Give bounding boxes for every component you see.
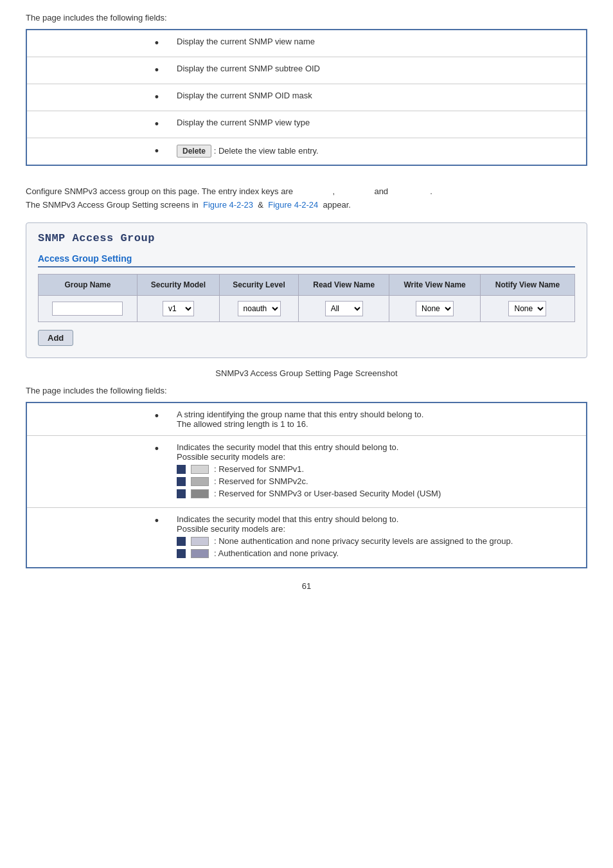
bullet-cell: • [26,507,168,568]
color-swatch-noauth [191,537,209,546]
security-level-select[interactable]: noauth auth priv [238,301,281,316]
write-view-cell: None All [389,295,481,321]
desc-cell: Display the current SNMP OID mask [168,84,587,111]
table-row: • Display the current SNMP OID mask [26,84,587,111]
security-model-cell: v1 v2c v3 [137,295,219,321]
sub-item: : Reserved for SNMPv3 or User-based Secu… [177,489,577,498]
table-row: • Display the current SNMP view type [26,111,587,138]
color-swatch-v2c [191,477,209,486]
table-row: • A string identifying the group name th… [26,402,587,436]
table-row: • Indicates the security model that this… [26,507,587,568]
figure-link-1[interactable]: Figure 4-2-23 [203,200,253,210]
field-desc-cell: A string identifying the group name that… [168,402,587,436]
sub-item-text: : Reserved for SNMPv1. [214,464,304,474]
bullet-cell: • [26,84,168,111]
desc-cell: Delete : Delete the view table entry. [168,138,587,166]
sub-item-text: : None authentication and none privacy s… [214,536,513,546]
desc-cell: Display the current SNMP view type [168,111,587,138]
bullet-icon: • [155,37,159,50]
page-number: 61 [26,581,587,591]
notify-view-cell: None All [480,295,574,321]
top-info-table: • Display the current SNMP view name • D… [26,29,587,166]
col-write-view: Write View Name [389,274,481,295]
color-swatch-v1 [191,465,209,474]
col-read-view: Read View Name [299,274,389,295]
access-group-title: Access Group Setting [38,253,575,267]
square-icon [177,549,186,558]
col-security-model: Security Model [137,274,219,295]
field-line: Possible security models are: [177,524,577,534]
col-group-name: Group Name [39,274,138,295]
add-button[interactable]: Add [38,330,73,346]
bullet-icon: • [155,91,159,104]
config-and: and [374,186,388,196]
read-view-cell: All None [299,295,389,321]
bullet-cell: • [26,30,168,57]
table-row: • Delete : Delete the view table entry. [26,138,587,166]
table-header-row: Group Name Security Model Security Level… [39,274,575,295]
field-desc-cell: Indicates the security model that this e… [168,507,587,568]
square-icon [177,465,186,474]
bullet-cell: • [26,111,168,138]
table-row: • Indicates the security model that this… [26,435,587,507]
bullet-cell: • [26,402,168,436]
square-icon [177,489,186,498]
configure-line2: The SNMPv3 Access Group Setting screens … [26,199,587,212]
square-icon [177,477,186,486]
fields-table: • A string identifying the group name th… [26,402,587,568]
write-view-select[interactable]: None All [416,301,454,316]
sub-item-text: : Reserved for SNMPv2c. [214,476,308,486]
sub-item: : Authentication and none privacy. [177,548,577,558]
notify-view-select[interactable]: None All [508,301,546,316]
fields-intro-text: The page includes the following fields: [26,386,587,395]
field-line: Possible security models are: [177,452,577,462]
field-line: Indicates the security model that this e… [177,442,577,452]
col-security-level: Security Level [219,274,298,295]
col-notify-view: Notify View Name [480,274,574,295]
snmp-access-group-box: SNMP Access Group Access Group Setting G… [26,222,587,358]
sub-item-text: : Authentication and none privacy. [214,548,339,558]
table-row: • Display the current SNMP view name [26,30,587,57]
bullet-icon: • [155,514,159,527]
delete-desc: : Delete the view table entry. [214,146,319,156]
sub-item: : Reserved for SNMPv2c. [177,476,577,486]
figure-link-2[interactable]: Figure 4-2-24 [268,200,318,210]
bullet-icon: • [155,442,159,455]
sub-item: : None authentication and none privacy s… [177,536,577,546]
desc-cell: Display the current SNMP view name [168,30,587,57]
field-desc-cell: Indicates the security model that this e… [168,435,587,507]
bullet-icon: • [155,64,159,77]
sub-item: : Reserved for SNMPv1. [177,464,577,474]
group-name-cell [39,295,138,321]
config-period: . [430,186,432,196]
bullet-icon: • [155,145,159,158]
bullet-cell: • [26,138,168,166]
color-swatch-auth [191,549,209,558]
delete-button[interactable]: Delete [177,145,211,158]
config-text-1: Configure SNMPv3 access group on this pa… [26,186,293,196]
color-swatch-v3 [191,489,209,498]
snmp-box-title: SNMP Access Group [38,232,575,244]
sub-item-text: : Reserved for SNMPv3 or User-based Secu… [214,489,441,498]
configure-line1: Configure SNMPv3 access group on this pa… [26,185,587,199]
config-amp: & [258,200,263,210]
square-icon [177,537,186,546]
access-group-table: Group Name Security Model Security Level… [38,274,575,322]
configure-section: Configure SNMPv3 access group on this pa… [26,185,587,212]
intro-text: The page includes the following fields: [26,13,587,23]
config-appear: appear. [323,200,351,210]
bullet-cell: • [26,435,168,507]
bullet-cell: • [26,57,168,84]
read-view-select[interactable]: All None [325,301,363,316]
group-name-input[interactable] [52,302,123,316]
field-line: A string identifying the group name that… [177,410,577,419]
table-row: • Display the current SNMP subtree OID [26,57,587,84]
config-text-3: The SNMPv3 Access Group Setting screens … [26,200,199,210]
security-level-cell: noauth auth priv [219,295,298,321]
field-line: The allowed string length is 1 to 16. [177,419,577,429]
screenshot-caption: SNMPv3 Access Group Setting Page Screens… [26,368,587,378]
field-line: Indicates the security model that this e… [177,514,577,524]
bullet-icon: • [155,410,159,422]
table-row: v1 v2c v3 noauth auth priv All None [39,295,575,321]
security-model-select[interactable]: v1 v2c v3 [163,301,194,316]
